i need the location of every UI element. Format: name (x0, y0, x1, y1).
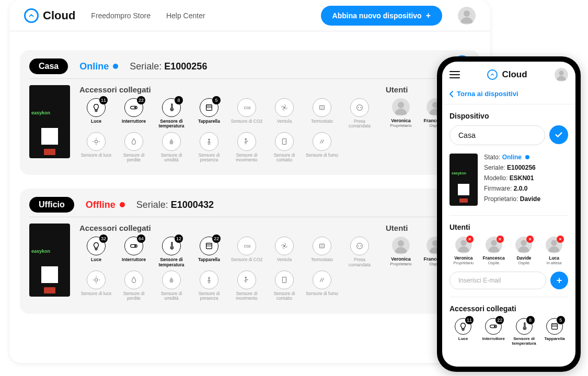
accessory-switch[interactable]: 64 Interruttore (117, 237, 151, 267)
accessory-count-badge: 8 (526, 316, 535, 324)
blind-icon: 5 (546, 318, 563, 335)
accessory-blind[interactable]: 22 Tapparella (192, 237, 226, 267)
accessory-co2[interactable]: Sensore di CO2 (230, 237, 263, 267)
accessory-label: Sensore di contatto (268, 291, 301, 301)
info-serial: Seriale: E1000256 (484, 164, 540, 171)
accessory-count-badge: 5 (557, 316, 565, 324)
current-user-avatar[interactable] (555, 68, 568, 81)
back-label: Torna ai dispositivi (457, 90, 518, 98)
accessory-label: Interruttore (117, 257, 151, 262)
accessory-lightsens[interactable]: Sensore di luce (79, 271, 113, 301)
accessory-leak[interactable]: Sensore di perdite (117, 271, 151, 301)
accessory-blind[interactable]: 5 Tapparella (541, 318, 568, 346)
device-name-pill[interactable]: Ufficio (29, 197, 74, 213)
accessory-contact[interactable]: Sensore di contatto (268, 271, 301, 301)
accessory-fan[interactable]: Ventola (268, 98, 301, 129)
humidity-icon (162, 132, 181, 151)
accessory-socket[interactable]: Presa comandata (343, 98, 376, 129)
accessory-motion[interactable]: Sensore di movimento (230, 132, 263, 163)
info-model: Modello: ESKN01 (484, 174, 540, 182)
device-name-input[interactable]: Casa (449, 125, 545, 145)
status-dot-icon (113, 64, 118, 69)
accessory-smoke[interactable]: Sensore di fumo (305, 132, 339, 163)
info-firmware: Firmware: 2.0.0 (484, 185, 540, 192)
email-input[interactable]: Inserisci E-mail (449, 272, 546, 289)
accessory-thermostat[interactable]: Termostato (305, 98, 339, 129)
accessory-switch[interactable]: 22 Interruttore (480, 318, 507, 346)
device-serial: Seriale: E1000256 (130, 61, 207, 72)
accessory-socket[interactable]: Presa comandata (343, 237, 376, 267)
user-item[interactable]: × Francesca Ospite (480, 237, 508, 265)
user-item[interactable]: × Luca In attesa (540, 237, 568, 265)
user-item[interactable]: Veronica Proprietario (386, 237, 416, 266)
pair-device-button[interactable]: Abbina nuovo dispositivo + (321, 6, 442, 26)
user-item[interactable]: × Veronica Proprietario (449, 237, 478, 265)
accessory-bulb[interactable]: 11 Luce (449, 318, 477, 346)
accessory-bulb[interactable]: 32 Luce (79, 237, 113, 267)
accessory-label: Sensore di luce (79, 153, 113, 158)
accessory-thermo[interactable]: 8 Sensore di temperatura (511, 318, 538, 346)
accessory-co2[interactable]: Sensore di CO2 (230, 98, 263, 129)
user-item[interactable]: Veronica Proprietario (386, 98, 416, 128)
brand-logo[interactable]: Cloud (467, 69, 547, 80)
accessory-lightsens[interactable]: Sensore di luce (79, 132, 113, 163)
accessory-contact[interactable]: Sensore di contatto (268, 132, 301, 163)
device-status: Online (79, 61, 118, 72)
add-user-button[interactable]: + (550, 272, 568, 289)
blind-icon: 22 (200, 237, 218, 255)
accessory-bulb[interactable]: 11 Luce (79, 98, 113, 129)
accessory-thermo[interactable]: 8 Sensore di temperatura (155, 98, 188, 129)
phone-header: Cloud (442, 62, 575, 88)
accessory-label: Ventola (268, 257, 301, 262)
current-user-avatar[interactable] (458, 7, 476, 25)
accessory-blind[interactable]: 5 Tapparella (192, 98, 226, 129)
accessory-thermostat[interactable]: Termostato (305, 237, 339, 267)
device-name-pill[interactable]: Casa (29, 58, 68, 74)
confirm-button[interactable] (549, 125, 568, 144)
device-card: Casa Online Seriale: E1000256 easykon Ac… (20, 50, 480, 175)
accessory-label: Sensore di fumo (305, 291, 339, 296)
nav-store[interactable]: Freedompro Store (91, 11, 151, 20)
accessory-thermo[interactable]: 12 Sensore di temperatura (155, 237, 188, 267)
phone-screen: Cloud Torna ai dispositivi Dispositivo C… (442, 62, 575, 367)
user-name: Davide (510, 255, 538, 261)
switch-icon: 22 (124, 98, 143, 117)
accessory-humidity[interactable]: Sensore di umidità (155, 132, 188, 163)
accessory-humidity[interactable]: Sensore di umidità (155, 271, 188, 301)
menu-icon[interactable] (449, 71, 460, 78)
info-status: Stato: Online (484, 154, 540, 161)
remove-user-button[interactable]: × (557, 236, 564, 243)
accessory-smoke[interactable]: Sensore di fumo (305, 271, 339, 301)
accessory-switch[interactable]: 22 Interruttore (117, 98, 151, 129)
remove-user-button[interactable]: × (466, 236, 474, 243)
accessory-leak[interactable]: Sensore di perdite (117, 132, 151, 163)
accessory-count-badge: 5 (212, 96, 221, 104)
user-role: Proprietario (449, 261, 478, 265)
accessory-count-badge: 32 (99, 234, 108, 243)
accessory-motion[interactable]: Sensore di movimento (230, 271, 263, 301)
user-name: Veronica (386, 256, 416, 262)
accessory-count-badge: 8 (175, 96, 183, 104)
accessory-label: Sensore di CO2 (230, 257, 263, 262)
accessory-label: Interruttore (117, 119, 151, 124)
accessory-presence[interactable]: Sensore di presenza (192, 132, 226, 163)
user-role: In attesa (540, 261, 568, 265)
accessory-fan[interactable]: Ventola (268, 237, 301, 267)
device-serial: Seriale: E1000432 (136, 199, 214, 210)
remove-user-button[interactable]: × (497, 236, 504, 243)
contact-icon (275, 132, 294, 151)
nav-help[interactable]: Help Center (166, 11, 205, 20)
remove-user-button[interactable]: × (526, 236, 534, 243)
user-name: Veronica (449, 255, 478, 261)
user-item[interactable]: × Davide Ospite (510, 237, 538, 265)
accessory-label: Sensore di temperatura (511, 337, 538, 346)
presence-icon (200, 132, 218, 151)
contact-icon (275, 271, 294, 289)
bulb-icon: 11 (455, 318, 471, 335)
accessory-presence[interactable]: Sensore di presenza (192, 271, 226, 301)
back-link[interactable]: Torna ai dispositivi (442, 88, 575, 104)
brand-logo[interactable]: Cloud (24, 8, 75, 23)
accessory-label: Sensore di umidità (155, 153, 188, 163)
logo-icon (24, 8, 39, 23)
accessory-label: Sensore di temperatura (155, 119, 188, 129)
